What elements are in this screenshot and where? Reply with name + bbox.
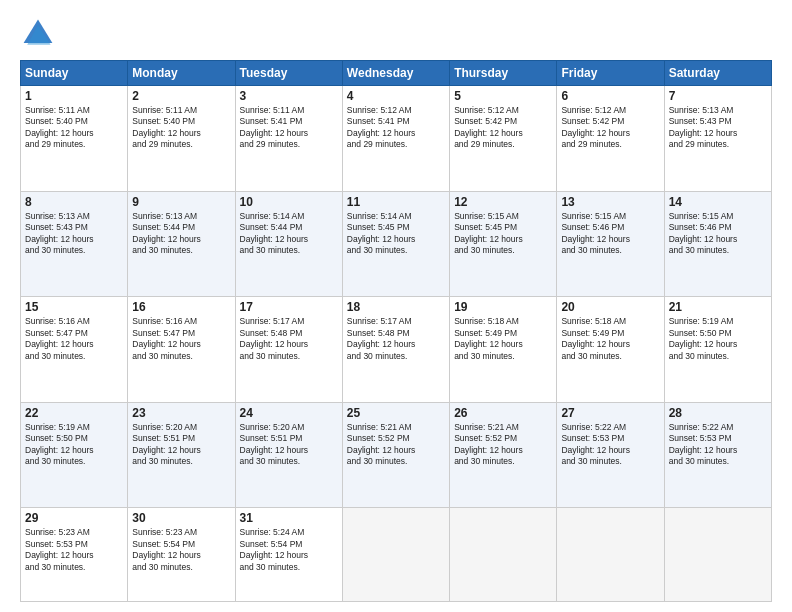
table-row: 30Sunrise: 5:23 AM Sunset: 5:54 PM Dayli… — [128, 508, 235, 602]
calendar-table: SundayMondayTuesdayWednesdayThursdayFrid… — [20, 60, 772, 602]
day-number: 3 — [240, 89, 338, 103]
day-info: Sunrise: 5:18 AM Sunset: 5:49 PM Dayligh… — [454, 316, 552, 362]
day-info: Sunrise: 5:24 AM Sunset: 5:54 PM Dayligh… — [240, 527, 338, 573]
day-number: 26 — [454, 406, 552, 420]
day-number: 24 — [240, 406, 338, 420]
table-row: 27Sunrise: 5:22 AM Sunset: 5:53 PM Dayli… — [557, 402, 664, 508]
table-row: 20Sunrise: 5:18 AM Sunset: 5:49 PM Dayli… — [557, 297, 664, 403]
day-info: Sunrise: 5:14 AM Sunset: 5:45 PM Dayligh… — [347, 211, 445, 257]
day-number: 1 — [25, 89, 123, 103]
header — [20, 16, 772, 52]
calendar-header: SundayMondayTuesdayWednesdayThursdayFrid… — [21, 61, 772, 86]
table-row: 12Sunrise: 5:15 AM Sunset: 5:45 PM Dayli… — [450, 191, 557, 297]
day-info: Sunrise: 5:15 AM Sunset: 5:46 PM Dayligh… — [669, 211, 767, 257]
table-row: 26Sunrise: 5:21 AM Sunset: 5:52 PM Dayli… — [450, 402, 557, 508]
logo — [20, 16, 60, 52]
table-row: 4Sunrise: 5:12 AM Sunset: 5:41 PM Daylig… — [342, 86, 449, 192]
calendar-week-4: 22Sunrise: 5:19 AM Sunset: 5:50 PM Dayli… — [21, 402, 772, 508]
day-info: Sunrise: 5:22 AM Sunset: 5:53 PM Dayligh… — [561, 422, 659, 468]
day-info: Sunrise: 5:14 AM Sunset: 5:44 PM Dayligh… — [240, 211, 338, 257]
day-number: 8 — [25, 195, 123, 209]
table-row: 3Sunrise: 5:11 AM Sunset: 5:41 PM Daylig… — [235, 86, 342, 192]
day-info: Sunrise: 5:20 AM Sunset: 5:51 PM Dayligh… — [240, 422, 338, 468]
table-row: 15Sunrise: 5:16 AM Sunset: 5:47 PM Dayli… — [21, 297, 128, 403]
day-number: 11 — [347, 195, 445, 209]
table-row: 21Sunrise: 5:19 AM Sunset: 5:50 PM Dayli… — [664, 297, 771, 403]
day-number: 23 — [132, 406, 230, 420]
day-info: Sunrise: 5:12 AM Sunset: 5:42 PM Dayligh… — [561, 105, 659, 151]
day-number: 25 — [347, 406, 445, 420]
day-info: Sunrise: 5:13 AM Sunset: 5:43 PM Dayligh… — [25, 211, 123, 257]
table-row — [342, 508, 449, 602]
table-row — [664, 508, 771, 602]
calendar-week-1: 1Sunrise: 5:11 AM Sunset: 5:40 PM Daylig… — [21, 86, 772, 192]
day-info: Sunrise: 5:12 AM Sunset: 5:41 PM Dayligh… — [347, 105, 445, 151]
day-info: Sunrise: 5:20 AM Sunset: 5:51 PM Dayligh… — [132, 422, 230, 468]
day-number: 4 — [347, 89, 445, 103]
day-number: 13 — [561, 195, 659, 209]
day-info: Sunrise: 5:11 AM Sunset: 5:40 PM Dayligh… — [25, 105, 123, 151]
day-number: 18 — [347, 300, 445, 314]
table-row: 22Sunrise: 5:19 AM Sunset: 5:50 PM Dayli… — [21, 402, 128, 508]
day-number: 5 — [454, 89, 552, 103]
table-row — [450, 508, 557, 602]
day-number: 22 — [25, 406, 123, 420]
table-row: 11Sunrise: 5:14 AM Sunset: 5:45 PM Dayli… — [342, 191, 449, 297]
day-number: 27 — [561, 406, 659, 420]
day-info: Sunrise: 5:12 AM Sunset: 5:42 PM Dayligh… — [454, 105, 552, 151]
day-info: Sunrise: 5:18 AM Sunset: 5:49 PM Dayligh… — [561, 316, 659, 362]
weekday-header-thursday: Thursday — [450, 61, 557, 86]
day-number: 10 — [240, 195, 338, 209]
table-row: 31Sunrise: 5:24 AM Sunset: 5:54 PM Dayli… — [235, 508, 342, 602]
table-row: 24Sunrise: 5:20 AM Sunset: 5:51 PM Dayli… — [235, 402, 342, 508]
table-row: 23Sunrise: 5:20 AM Sunset: 5:51 PM Dayli… — [128, 402, 235, 508]
table-row: 18Sunrise: 5:17 AM Sunset: 5:48 PM Dayli… — [342, 297, 449, 403]
table-row: 16Sunrise: 5:16 AM Sunset: 5:47 PM Dayli… — [128, 297, 235, 403]
day-info: Sunrise: 5:21 AM Sunset: 5:52 PM Dayligh… — [347, 422, 445, 468]
table-row: 25Sunrise: 5:21 AM Sunset: 5:52 PM Dayli… — [342, 402, 449, 508]
table-row: 28Sunrise: 5:22 AM Sunset: 5:53 PM Dayli… — [664, 402, 771, 508]
table-row: 10Sunrise: 5:14 AM Sunset: 5:44 PM Dayli… — [235, 191, 342, 297]
day-number: 2 — [132, 89, 230, 103]
table-row: 17Sunrise: 5:17 AM Sunset: 5:48 PM Dayli… — [235, 297, 342, 403]
page: SundayMondayTuesdayWednesdayThursdayFrid… — [0, 0, 792, 612]
table-row: 5Sunrise: 5:12 AM Sunset: 5:42 PM Daylig… — [450, 86, 557, 192]
table-row: 2Sunrise: 5:11 AM Sunset: 5:40 PM Daylig… — [128, 86, 235, 192]
day-number: 14 — [669, 195, 767, 209]
table-row: 9Sunrise: 5:13 AM Sunset: 5:44 PM Daylig… — [128, 191, 235, 297]
day-number: 12 — [454, 195, 552, 209]
day-info: Sunrise: 5:17 AM Sunset: 5:48 PM Dayligh… — [240, 316, 338, 362]
day-number: 16 — [132, 300, 230, 314]
day-number: 7 — [669, 89, 767, 103]
day-number: 6 — [561, 89, 659, 103]
day-number: 15 — [25, 300, 123, 314]
table-row: 13Sunrise: 5:15 AM Sunset: 5:46 PM Dayli… — [557, 191, 664, 297]
day-info: Sunrise: 5:11 AM Sunset: 5:41 PM Dayligh… — [240, 105, 338, 151]
day-info: Sunrise: 5:23 AM Sunset: 5:53 PM Dayligh… — [25, 527, 123, 573]
day-info: Sunrise: 5:11 AM Sunset: 5:40 PM Dayligh… — [132, 105, 230, 151]
weekday-header-row: SundayMondayTuesdayWednesdayThursdayFrid… — [21, 61, 772, 86]
day-number: 29 — [25, 511, 123, 525]
day-info: Sunrise: 5:19 AM Sunset: 5:50 PM Dayligh… — [25, 422, 123, 468]
weekday-header-tuesday: Tuesday — [235, 61, 342, 86]
day-info: Sunrise: 5:15 AM Sunset: 5:46 PM Dayligh… — [561, 211, 659, 257]
day-info: Sunrise: 5:16 AM Sunset: 5:47 PM Dayligh… — [132, 316, 230, 362]
weekday-header-monday: Monday — [128, 61, 235, 86]
day-number: 21 — [669, 300, 767, 314]
day-info: Sunrise: 5:16 AM Sunset: 5:47 PM Dayligh… — [25, 316, 123, 362]
table-row: 8Sunrise: 5:13 AM Sunset: 5:43 PM Daylig… — [21, 191, 128, 297]
day-number: 31 — [240, 511, 338, 525]
day-info: Sunrise: 5:19 AM Sunset: 5:50 PM Dayligh… — [669, 316, 767, 362]
day-number: 28 — [669, 406, 767, 420]
weekday-header-sunday: Sunday — [21, 61, 128, 86]
day-info: Sunrise: 5:15 AM Sunset: 5:45 PM Dayligh… — [454, 211, 552, 257]
day-info: Sunrise: 5:17 AM Sunset: 5:48 PM Dayligh… — [347, 316, 445, 362]
weekday-header-saturday: Saturday — [664, 61, 771, 86]
day-info: Sunrise: 5:13 AM Sunset: 5:44 PM Dayligh… — [132, 211, 230, 257]
table-row: 1Sunrise: 5:11 AM Sunset: 5:40 PM Daylig… — [21, 86, 128, 192]
day-info: Sunrise: 5:23 AM Sunset: 5:54 PM Dayligh… — [132, 527, 230, 573]
calendar-week-3: 15Sunrise: 5:16 AM Sunset: 5:47 PM Dayli… — [21, 297, 772, 403]
day-number: 17 — [240, 300, 338, 314]
day-info: Sunrise: 5:22 AM Sunset: 5:53 PM Dayligh… — [669, 422, 767, 468]
table-row: 29Sunrise: 5:23 AM Sunset: 5:53 PM Dayli… — [21, 508, 128, 602]
